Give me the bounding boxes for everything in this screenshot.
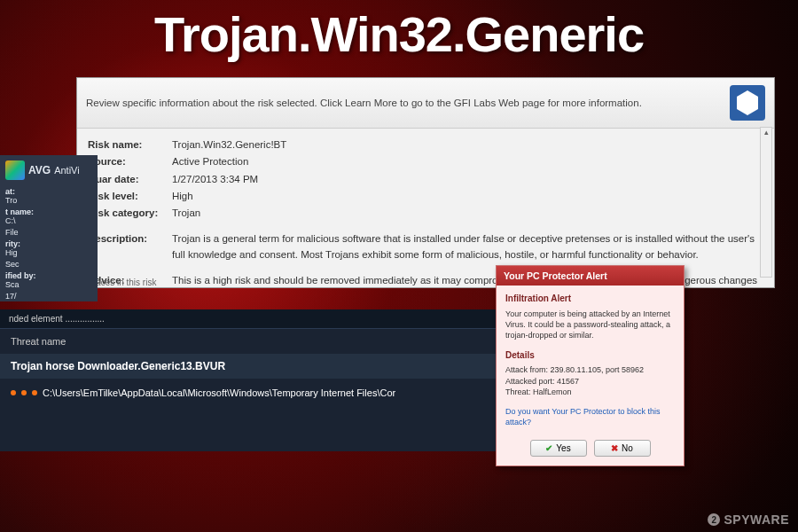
alert-yes-button[interactable]: ✔ Yes xyxy=(530,440,587,457)
avg-sca-val: Sca xyxy=(5,280,92,289)
source-value: Active Protection xyxy=(172,154,763,169)
threat-path-text: C:\Users\EmTilke\AppData\Local\Microsoft… xyxy=(43,387,395,398)
avg-tro-val: Tro xyxy=(5,196,92,205)
avg-hig-val: Hig xyxy=(5,248,92,257)
risk-panel-body: Risk name:Trojan.Win32.Generic!BT Source… xyxy=(77,129,774,288)
risk-category-value: Trojan xyxy=(172,206,763,221)
risk-name-value: Trojan.Win32.Generic!BT xyxy=(172,137,763,153)
threat-panel: nded element ................ Threat nam… xyxy=(0,309,497,451)
alert-no-button[interactable]: ✖ No xyxy=(594,440,651,457)
avg-tname-label: t name: xyxy=(5,207,92,216)
description-label: Description: xyxy=(88,231,172,262)
watermark-badge-icon: 2 xyxy=(708,513,720,526)
avg-ified-label: ified by: xyxy=(5,271,92,280)
threat-path-row[interactable]: C:\Users\EmTilke\AppData\Local\Microsoft… xyxy=(0,379,497,451)
alert-title: Your PC Protector Alert xyxy=(497,266,684,286)
risk-level-label: Risk level: xyxy=(88,189,172,204)
avg-logo-icon xyxy=(5,160,25,180)
quar-date-label: Quar date: xyxy=(88,172,172,187)
alert-body-text: Your computer is being attacked by an In… xyxy=(505,309,675,340)
cross-icon: ✖ xyxy=(611,443,618,453)
alert-detail-threat: Threat: HalfLemon xyxy=(505,387,675,397)
risk-level-value: High xyxy=(172,189,763,204)
risk-panel-header-text: Review specific information about the ri… xyxy=(86,98,642,108)
risk-name-label: Risk name: xyxy=(88,137,172,153)
risk-panel-header: Review specific information about the ri… xyxy=(77,78,774,129)
alert-detail-attack-from: Attack from: 239.80.11.105, port 58962 xyxy=(505,364,675,375)
avg-product: AntiVi xyxy=(54,165,80,176)
alert-sub-infiltration: Infiltration Alert xyxy=(505,293,675,305)
avg-brand: AVG xyxy=(28,164,51,176)
severity-dot-icon xyxy=(21,390,27,395)
watermark-text: SPYWARE xyxy=(724,512,789,527)
threat-ended-text: nded element ................ xyxy=(0,309,497,329)
severity-dot-icon xyxy=(32,390,37,395)
alert-yes-label: Yes xyxy=(556,443,570,453)
scrollbar[interactable] xyxy=(760,127,772,278)
avg-at-label: at: xyxy=(5,187,92,196)
avg-sec-val: Sec xyxy=(5,260,92,269)
pc-protector-alert: Your PC Protector Alert Infiltration Ale… xyxy=(496,265,685,466)
page-title: Trojan.Win32.Generic xyxy=(154,5,644,63)
source-label: Source: xyxy=(88,154,172,169)
risk-detail-panel: Review specific information about the ri… xyxy=(76,77,775,288)
risk-category-label: Risk category: xyxy=(88,206,172,221)
alert-question-link[interactable]: Do you want Your PC Protector to block t… xyxy=(505,406,675,427)
threat-name-row[interactable]: Trojan horse Downloader.Generic13.BVUR xyxy=(0,354,497,379)
alert-no-label: No xyxy=(622,443,633,453)
gfi-shield-icon xyxy=(730,85,765,121)
watermark: 2 SPYWARE xyxy=(708,512,789,527)
severity-dot-icon xyxy=(11,390,16,395)
avg-panel: AVG AntiVi at: Tro t name: C:\ File rity… xyxy=(0,155,98,301)
threat-column-header: Threat name xyxy=(0,329,497,354)
check-icon: ✔ xyxy=(545,443,552,453)
description-value: Trojan is a general term for malicious s… xyxy=(172,231,763,262)
avg-path-val: C:\ xyxy=(5,216,92,225)
avg-date-val: 17/ xyxy=(5,292,92,301)
avg-rity-label: rity: xyxy=(5,239,92,248)
alert-sub-details: Details xyxy=(505,349,675,362)
quar-date-value: 1/27/2013 3:34 PM xyxy=(172,172,763,187)
avg-file-val: File xyxy=(5,228,92,237)
alert-detail-attacked-port: Attacked port: 41567 xyxy=(505,376,675,387)
